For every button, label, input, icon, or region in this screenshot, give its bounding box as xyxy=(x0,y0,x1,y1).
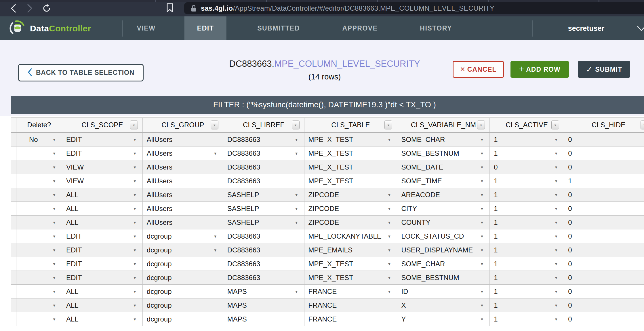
cell-dropdown-arrow-icon[interactable]: ▼ xyxy=(52,234,56,238)
cell-dropdown-arrow-icon[interactable]: ▼ xyxy=(133,303,137,307)
cell-cls_group[interactable]: AllUsers xyxy=(143,216,223,229)
cell-dropdown-arrow-icon[interactable]: ▼ xyxy=(554,262,558,266)
cell-cls_variable_nm[interactable]: CITY▼ xyxy=(397,202,490,215)
cell-dropdown-arrow-icon[interactable]: ▼ xyxy=(554,289,558,294)
cell-dropdown-arrow-icon[interactable]: ▼ xyxy=(554,151,558,155)
cell-cls_table[interactable]: MPE_X_TEST▼ xyxy=(304,133,397,146)
cell-cls_table[interactable]: MPE_X_TEST▼ xyxy=(304,271,397,284)
cell-cls_hide[interactable]: 0▼ xyxy=(564,202,644,215)
row-handle[interactable] xyxy=(11,257,16,271)
back-to-table-selection-button[interactable]: BACK TO TABLE SELECTION xyxy=(18,64,144,81)
row-handle[interactable] xyxy=(11,298,16,312)
cell-cls_table[interactable]: ZIPCODE▼ xyxy=(304,216,397,229)
cell-dropdown-arrow-icon[interactable]: ▼ xyxy=(295,289,298,294)
cell-dropdown-arrow-icon[interactable]: ▼ xyxy=(133,137,137,142)
cell-dropdown-arrow-icon[interactable]: ▼ xyxy=(52,303,56,307)
cell-cls_group[interactable]: dcgroup xyxy=(143,285,223,298)
cell-delete[interactable]: ▼ xyxy=(16,312,62,326)
cell-dropdown-arrow-icon[interactable]: ▼ xyxy=(52,137,56,142)
cell-dropdown-arrow-icon[interactable]: ▼ xyxy=(214,234,217,238)
cell-dropdown-arrow-icon[interactable]: ▼ xyxy=(295,151,298,155)
cell-cls_hide[interactable]: 0▼ xyxy=(564,160,644,174)
cell-cls_libref[interactable]: DC883663 xyxy=(223,229,304,243)
cell-cls_libref[interactable]: MAPS xyxy=(223,298,304,312)
tab-approve[interactable]: APPROVE xyxy=(330,16,390,40)
cell-cls_variable_nm[interactable]: SOME_CHAR▼ xyxy=(397,257,490,271)
cell-dropdown-arrow-icon[interactable]: ▼ xyxy=(388,206,391,211)
cell-cls_hide[interactable]: 0▼ xyxy=(564,147,644,160)
cell-cls_variable_nm[interactable]: SOME_DATE▼ xyxy=(397,160,490,174)
chevron-down-icon[interactable] xyxy=(637,25,644,33)
cell-cls_group[interactable]: dcgroup xyxy=(143,257,223,271)
cell-cls_table[interactable]: MPE_X_TEST xyxy=(304,174,397,188)
cell-cls_active[interactable]: 1▼ xyxy=(490,147,564,160)
cancel-button[interactable]: ✕ CANCEL xyxy=(453,61,504,78)
cell-dropdown-arrow-icon[interactable]: ▼ xyxy=(480,303,484,307)
tab-view[interactable]: VIEW xyxy=(124,16,168,40)
row-handle[interactable] xyxy=(11,229,16,243)
cell-dropdown-arrow-icon[interactable]: ▼ xyxy=(52,289,56,294)
cell-cls_hide[interactable]: 0▼ xyxy=(564,298,644,312)
user-menu[interactable]: secretuser xyxy=(568,16,604,40)
cell-cls_hide[interactable]: 0▼ xyxy=(564,285,644,298)
cell-cls_group[interactable]: AllUsers xyxy=(143,160,223,174)
cell-cls_hide[interactable]: 0▼ xyxy=(564,216,644,229)
cell-dropdown-arrow-icon[interactable]: ▼ xyxy=(52,206,56,211)
cell-cls_scope[interactable]: EDIT▼ xyxy=(62,147,143,160)
cell-cls_active[interactable]: 1▼ xyxy=(490,298,564,312)
cell-dropdown-arrow-icon[interactable]: ▼ xyxy=(554,317,558,321)
row-handle[interactable] xyxy=(11,188,16,201)
cell-dropdown-arrow-icon[interactable]: ▼ xyxy=(480,220,484,225)
cell-delete[interactable]: ▼ xyxy=(16,188,62,201)
cell-cls_variable_nm[interactable]: SOME_TIME▼ xyxy=(397,174,490,188)
cell-dropdown-arrow-icon[interactable]: ▼ xyxy=(554,179,558,183)
cell-cls_scope[interactable]: EDIT▼ xyxy=(62,243,143,257)
cell-cls_scope[interactable]: EDIT▼ xyxy=(62,271,143,284)
cell-cls_libref[interactable]: DC883663 xyxy=(223,257,304,271)
cell-cls_scope[interactable]: ALL▼ xyxy=(62,312,143,326)
cell-cls_libref[interactable]: DC883663▼ xyxy=(223,133,304,146)
cell-dropdown-arrow-icon[interactable]: ▼ xyxy=(480,165,484,169)
cell-dropdown-arrow-icon[interactable]: ▼ xyxy=(295,137,298,142)
cell-dropdown-arrow-icon[interactable]: ▼ xyxy=(214,248,217,252)
column-filter-button[interactable]: ▼ xyxy=(384,121,392,130)
cell-cls_active[interactable]: 1▼ xyxy=(490,312,564,326)
cell-dropdown-arrow-icon[interactable]: ▼ xyxy=(133,193,137,197)
cell-cls_table[interactable]: ZIPCODE▼ xyxy=(304,202,397,215)
cell-dropdown-arrow-icon[interactable]: ▼ xyxy=(554,248,558,252)
browser-refresh-icon[interactable] xyxy=(42,4,51,14)
cell-cls_hide[interactable]: 1▼ xyxy=(564,174,644,188)
cell-dropdown-arrow-icon[interactable]: ▼ xyxy=(133,275,137,280)
cell-cls_variable_nm[interactable]: X▼ xyxy=(397,298,490,312)
cell-cls_group[interactable]: dcgroup xyxy=(143,312,223,326)
cell-cls_scope[interactable]: EDIT▼ xyxy=(62,257,143,271)
column-filter-button[interactable]: ▼ xyxy=(211,121,218,130)
cell-cls_hide[interactable]: 0▼ xyxy=(564,229,644,243)
cell-cls_active[interactable]: 0▼ xyxy=(490,160,564,174)
row-handle[interactable] xyxy=(11,160,16,174)
cell-dropdown-arrow-icon[interactable]: ▼ xyxy=(295,206,298,211)
bookmark-icon[interactable] xyxy=(166,3,173,14)
cell-cls_libref[interactable]: MAPS xyxy=(223,312,304,326)
cell-dropdown-arrow-icon[interactable]: ▼ xyxy=(480,151,484,155)
cell-dropdown-arrow-icon[interactable]: ▼ xyxy=(480,206,484,211)
column-filter-button[interactable]: ▼ xyxy=(130,121,138,130)
cell-dropdown-arrow-icon[interactable]: ▼ xyxy=(554,234,558,238)
row-handle[interactable] xyxy=(11,243,16,257)
cell-cls_variable_nm[interactable]: SOME_CHAR▼ xyxy=(397,133,490,146)
cell-cls_libref[interactable]: MAPS▼ xyxy=(223,285,304,298)
cell-dropdown-arrow-icon[interactable]: ▼ xyxy=(52,193,56,197)
cell-cls_hide[interactable]: 0▼ xyxy=(564,243,644,257)
cell-cls_active[interactable]: 1▼ xyxy=(490,133,564,146)
cell-dropdown-arrow-icon[interactable]: ▼ xyxy=(388,234,391,238)
cell-dropdown-arrow-icon[interactable]: ▼ xyxy=(214,151,217,155)
submit-button[interactable]: ✓ SUBMIT xyxy=(578,61,630,78)
cell-delete[interactable]: ▼ xyxy=(16,160,62,174)
cell-dropdown-arrow-icon[interactable]: ▼ xyxy=(480,179,484,183)
cell-dropdown-arrow-icon[interactable]: ▼ xyxy=(52,151,56,155)
cell-dropdown-arrow-icon[interactable]: ▼ xyxy=(388,248,391,252)
cell-cls_scope[interactable]: ALL▼ xyxy=(62,285,143,298)
cell-cls_table[interactable]: MPE_X_TEST xyxy=(304,160,397,174)
column-filter-button[interactable]: ▼ xyxy=(477,121,485,130)
cell-delete[interactable]: ▼ xyxy=(16,298,62,312)
